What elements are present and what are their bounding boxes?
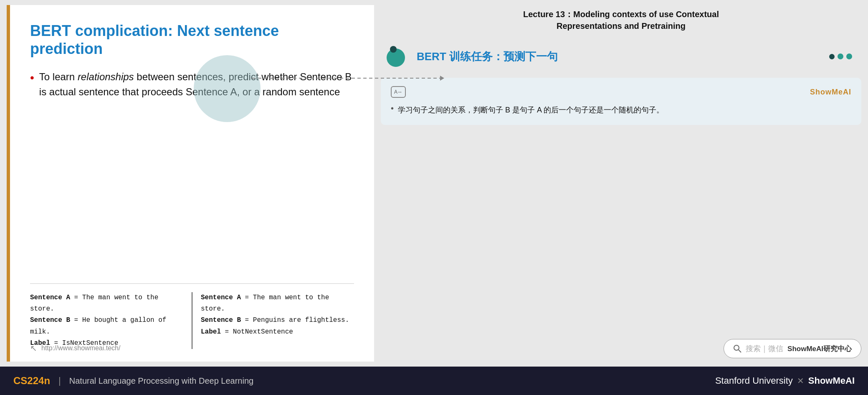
slide-title: BERT complication: Next sentence predict…	[30, 22, 354, 58]
search-text: ShowMeAI研究中心	[787, 344, 852, 354]
lecture-header: Lecture 13：Modeling contexts of use Cont…	[381, 5, 861, 35]
svg-line-3	[739, 350, 741, 352]
bullet-dot: •	[30, 69, 34, 86]
bert-header-box: BERT 训练任务：预测下一句	[381, 42, 861, 71]
dot-1	[829, 54, 835, 59]
x-symbol: ✕	[797, 376, 804, 386]
slide-footer: ↖ http://www.showmeai.tech/	[30, 343, 120, 353]
stanford-label: Stanford University	[715, 375, 793, 386]
lecture-title-line2: Representations and Pretraining	[381, 20, 861, 32]
example-right-sentence-b: Sentence B = Penguins are flightless.	[201, 315, 354, 326]
showmeai-bottom-label: ShowMeAI	[808, 375, 855, 386]
dot-3	[846, 54, 852, 59]
ai-icon-text: A↔	[394, 89, 402, 95]
bert-dark-circle	[390, 46, 397, 53]
cs224n-label: CS224n	[13, 375, 50, 387]
showmeai-label: ShowMeAI	[810, 88, 851, 97]
translation-bullet: • 学习句子之间的关系，判断句子 B 是句子 A 的后一个句子还是一个随机的句子…	[391, 104, 851, 117]
bottom-right: Stanford University ✕ ShowMeAI	[715, 375, 855, 386]
ai-icon: A↔	[391, 86, 406, 98]
example-left: Sentence A = The man went to the store. …	[30, 292, 192, 349]
bert-icon	[387, 46, 412, 67]
example-left-sentence-b: Sentence B = He bought a gallon of milk.	[30, 315, 183, 337]
bottom-left: CS224n | Natural Language Processing wit…	[13, 375, 253, 387]
bottom-subtitle: Natural Language Processing with Deep Le…	[69, 376, 253, 386]
slide-panel: BERT complication: Next sentence predict…	[7, 5, 374, 362]
translation-text: 学习句子之间的关系，判断句子 B 是句子 A 的后一个句子还是一个随机的句子。	[398, 104, 664, 117]
main-content: BERT complication: Next sentence predict…	[0, 0, 868, 367]
bullet-text: To learn relationships between sentences…	[39, 69, 354, 99]
bottom-bar: CS224n | Natural Language Processing wit…	[0, 367, 868, 395]
svg-point-2	[734, 345, 739, 350]
cursor-icon: ↖	[30, 343, 37, 353]
translation-box: A↔ ShowMeAI • 学习句子之间的关系，判断句子 B 是句子 A 的后一…	[381, 78, 861, 125]
search-icon	[733, 344, 741, 353]
search-divider: 搜索｜微信	[746, 344, 783, 354]
bert-chinese-title: BERT 训练任务：预测下一句	[417, 49, 558, 64]
right-panel: Lecture 13：Modeling contexts of use Cont…	[381, 5, 861, 362]
example-right: Sentence A = The man went to the store. …	[192, 292, 354, 349]
lecture-title-line1: Lecture 13：Modeling contexts of use Cont…	[381, 8, 861, 20]
translation-bullet-dot: •	[391, 104, 394, 113]
sentence-examples: Sentence A = The man went to the store. …	[30, 283, 354, 349]
slide-bullet: • To learn relationships between sentenc…	[30, 69, 354, 99]
search-box[interactable]: 搜索｜微信 ShowMeAI研究中心	[724, 339, 861, 358]
bottom-divider: |	[58, 375, 61, 386]
example-left-sentence-a: Sentence A = The man went to the store.	[30, 292, 183, 315]
translation-box-header: A↔ ShowMeAI	[391, 86, 851, 98]
search-area: 搜索｜微信 ShowMeAI研究中心	[381, 339, 861, 362]
footer-url: http://www.showmeai.tech/	[41, 344, 120, 352]
example-right-sentence-a: Sentence A = The man went to the store.	[201, 292, 354, 315]
dot-2	[838, 54, 843, 59]
example-right-label: Label = NotNextSentence	[201, 326, 354, 338]
